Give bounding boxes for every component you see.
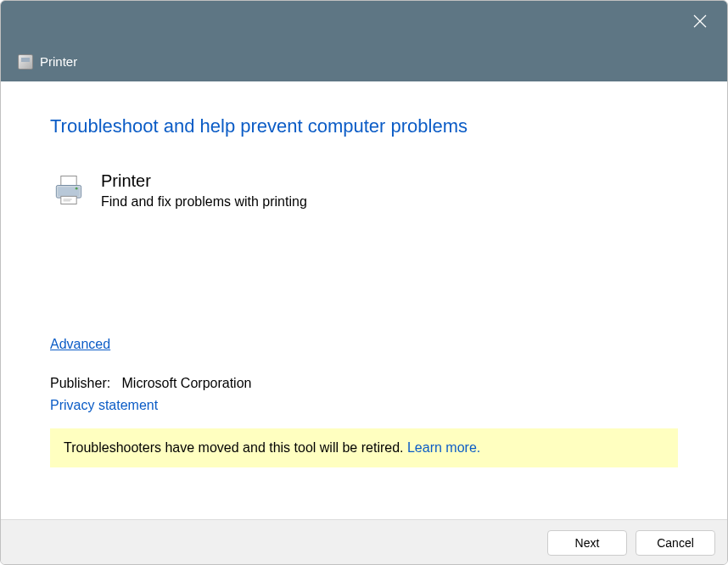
content-area: Troubleshoot and help prevent computer p… xyxy=(1,81,727,519)
troubleshooter-section: Printer Find and fix problems with print… xyxy=(50,171,678,210)
advanced-link[interactable]: Advanced xyxy=(50,337,110,352)
learn-more-link[interactable]: Learn more. xyxy=(407,440,480,455)
troubleshooter-description: Find and fix problems with printing xyxy=(101,194,307,210)
publisher-row: Publisher: Microsoft Corporation xyxy=(50,376,678,391)
header-title: Printer xyxy=(40,54,77,69)
publisher-label: Publisher: xyxy=(50,376,110,390)
retirement-banner: Troubleshooters have moved and this tool… xyxy=(50,428,678,467)
svg-point-6 xyxy=(76,187,78,190)
printer-icon xyxy=(50,171,87,209)
header-strip: Printer xyxy=(1,42,727,81)
page-heading: Troubleshoot and help prevent computer p… xyxy=(50,115,678,137)
banner-text: Troubleshooters have moved and this tool… xyxy=(64,440,407,455)
publisher-value: Microsoft Corporation xyxy=(122,376,252,390)
close-button[interactable] xyxy=(683,4,717,38)
close-icon xyxy=(693,14,707,28)
privacy-statement-link[interactable]: Privacy statement xyxy=(50,398,158,413)
troubleshooter-title: Printer xyxy=(101,171,307,191)
svg-rect-2 xyxy=(61,176,76,186)
printer-small-icon xyxy=(18,54,33,70)
troubleshooter-info: Printer Find and fix problems with print… xyxy=(101,171,307,210)
next-button[interactable]: Next xyxy=(547,530,627,556)
footer: Next Cancel xyxy=(1,519,727,565)
cancel-button[interactable]: Cancel xyxy=(636,530,715,556)
titlebar xyxy=(1,1,727,42)
svg-rect-5 xyxy=(61,196,76,204)
